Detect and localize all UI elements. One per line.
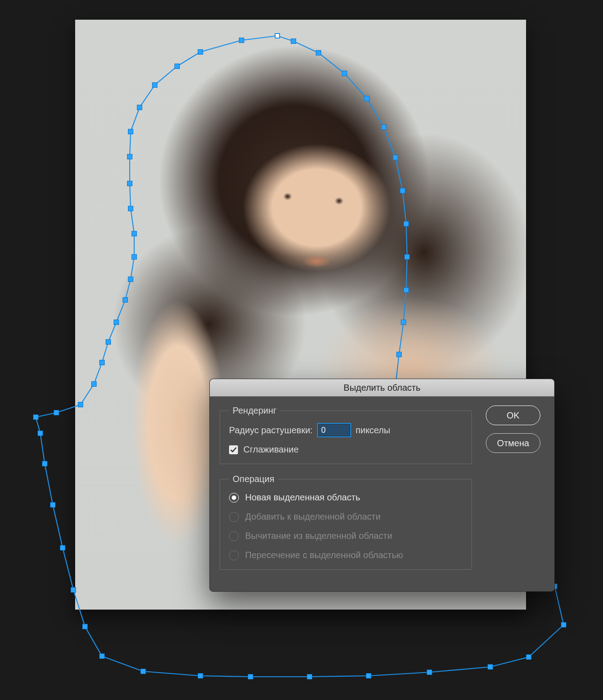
feather-radius-input[interactable]: [318, 424, 350, 436]
path-anchor[interactable]: [99, 360, 105, 365]
antialias-label: Сглаживание: [243, 444, 299, 455]
path-anchor[interactable]: [174, 64, 180, 69]
path-anchor[interactable]: [127, 154, 132, 159]
operation-new[interactable]: Новая выделенная область: [229, 492, 463, 503]
rendering-group: Рендеринг Радиус растушевки: пикселы Сгл…: [220, 405, 472, 464]
path-anchor[interactable]: [239, 38, 244, 43]
radio-icon: [229, 531, 239, 541]
operation-subtract-label: Вычитание из выделенной области: [245, 531, 392, 541]
path-anchor[interactable]: [99, 653, 105, 659]
path-anchor[interactable]: [364, 96, 369, 101]
path-anchor[interactable]: [307, 674, 312, 679]
path-anchor[interactable]: [128, 277, 133, 282]
feather-unit: пикселы: [356, 425, 390, 435]
path-anchor[interactable]: [400, 188, 405, 193]
path-anchor[interactable]: [342, 71, 347, 76]
rendering-legend: Рендеринг: [229, 405, 280, 416]
path-anchor[interactable]: [248, 674, 253, 679]
operation-legend: Операция: [229, 474, 278, 484]
operation-group: Операция Новая выделенная область Добави…: [220, 474, 472, 570]
path-anchor[interactable]: [54, 410, 59, 415]
path-anchor[interactable]: [91, 381, 97, 387]
path-anchor[interactable]: [42, 461, 47, 466]
path-anchor[interactable]: [526, 654, 531, 660]
path-anchor[interactable]: [78, 402, 83, 407]
path-anchor[interactable]: [427, 670, 432, 675]
path-anchor[interactable]: [38, 431, 43, 436]
path-anchor[interactable]: [106, 339, 111, 345]
editor-stage: Выделить область Рендеринг Радиус растуш…: [0, 0, 603, 700]
path-anchor[interactable]: [82, 624, 88, 629]
path-anchor[interactable]: [71, 587, 76, 593]
path-anchor[interactable]: [127, 181, 132, 186]
radio-icon: [229, 493, 239, 503]
path-anchor[interactable]: [137, 105, 142, 110]
path-anchor[interactable]: [123, 297, 128, 303]
radio-icon: [229, 512, 239, 522]
path-anchor[interactable]: [291, 38, 296, 44]
path-anchor[interactable]: [140, 669, 146, 674]
path-anchor[interactable]: [132, 254, 137, 260]
ok-button[interactable]: OK: [486, 405, 540, 425]
path-anchor[interactable]: [403, 287, 409, 293]
path-anchor[interactable]: [396, 352, 402, 357]
path-anchor[interactable]: [128, 206, 133, 211]
path-anchor[interactable]: [50, 502, 55, 508]
path-anchor[interactable]: [401, 320, 406, 325]
path-anchor[interactable]: [198, 673, 203, 679]
check-icon: [230, 446, 237, 453]
operation-intersect: Пересечение с выделенной областью: [229, 550, 463, 560]
radio-icon: [229, 551, 239, 560]
path-anchor[interactable]: [403, 221, 409, 226]
path-anchor[interactable]: [488, 664, 493, 670]
operation-add: Добавить к выделенной области: [229, 512, 463, 522]
path-anchor[interactable]: [404, 254, 410, 260]
antialias-checkbox[interactable]: [229, 445, 238, 454]
path-anchor[interactable]: [33, 414, 38, 420]
path-anchor[interactable]: [366, 673, 371, 679]
operation-new-label: Новая выделенная область: [245, 492, 360, 503]
path-anchor[interactable]: [114, 320, 119, 325]
path-anchor[interactable]: [381, 124, 386, 130]
path-anchor[interactable]: [198, 49, 203, 55]
feather-label: Радиус растушевки:: [229, 425, 313, 435]
path-anchor[interactable]: [275, 33, 280, 38]
cancel-button[interactable]: Отмена: [486, 433, 540, 453]
dialog-title: Выделить область: [210, 379, 554, 397]
operation-subtract: Вычитание из выделенной области: [229, 531, 463, 541]
path-anchor[interactable]: [128, 129, 133, 134]
path-anchor[interactable]: [561, 622, 566, 627]
path-anchor[interactable]: [132, 231, 137, 236]
path-anchor[interactable]: [60, 545, 65, 551]
make-selection-dialog: Выделить область Рендеринг Радиус растуш…: [209, 379, 555, 592]
operation-add-label: Добавить к выделенной области: [245, 512, 381, 522]
path-anchor[interactable]: [316, 50, 321, 55]
path-anchor[interactable]: [152, 82, 157, 88]
path-anchor[interactable]: [393, 155, 398, 160]
operation-intersect-label: Пересечение с выделенной областью: [245, 550, 403, 560]
